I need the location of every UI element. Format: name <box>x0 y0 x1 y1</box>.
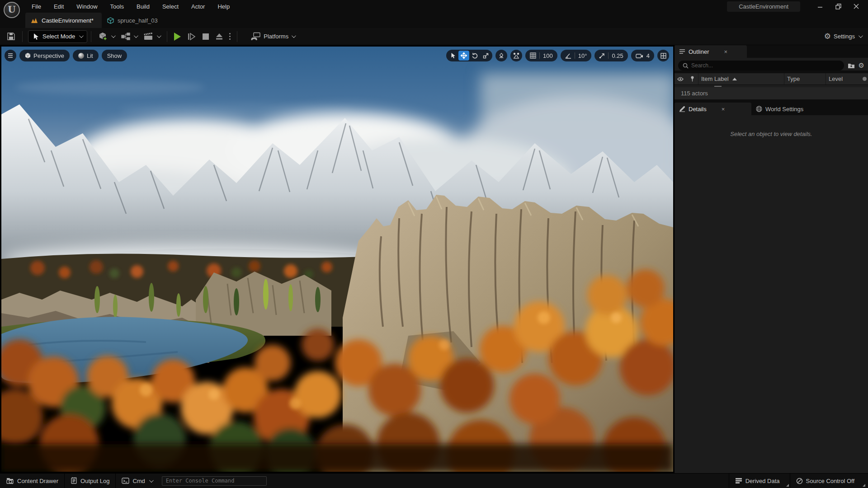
close-icon[interactable]: × <box>722 106 725 113</box>
restore-button[interactable] <box>829 0 847 12</box>
menu-tools[interactable]: Tools <box>106 1 128 12</box>
gizmo-coordinate-button[interactable] <box>495 50 507 61</box>
tab-label: CastleEnvironment* <box>42 17 94 24</box>
search-input[interactable] <box>691 62 840 69</box>
level-column-header[interactable]: Level <box>826 73 868 84</box>
tab-world-settings[interactable]: World Settings <box>751 103 808 115</box>
grid-snap-icon <box>530 52 536 59</box>
lit-dropdown[interactable]: Lit <box>73 50 99 61</box>
close-icon[interactable]: × <box>724 48 728 55</box>
settings-dropdown[interactable]: ⚙ Settings <box>824 33 862 40</box>
outliner-column-headers: Item Label Type Level <box>675 73 868 85</box>
more-options-button[interactable] <box>226 31 233 42</box>
eject-button[interactable] <box>212 31 226 42</box>
rotation-snap-value: 10° <box>578 52 587 59</box>
sort-ascending-icon <box>732 78 737 80</box>
select-tool[interactable] <box>448 51 458 61</box>
details-panel-body: Select an object to view details. <box>675 115 868 473</box>
title-bar: U File Edit Window Tools Build Select Ac… <box>0 0 868 13</box>
content-drawer-icon <box>6 477 14 484</box>
tab-details[interactable]: Details × <box>675 103 751 115</box>
menu-build[interactable]: Build <box>132 1 154 12</box>
chevron-down-icon <box>292 33 296 38</box>
outliner-settings-button[interactable]: ⚙ <box>859 61 864 70</box>
right-dock-panel: Outliner × ⚙ <box>675 45 868 473</box>
level-viewport[interactable]: Perspective Lit Show <box>0 45 675 473</box>
grid-snap-control[interactable]: 100 <box>525 50 557 61</box>
source-control-button[interactable]: Source Control Off <box>790 474 866 488</box>
chevron-down-icon <box>157 33 161 38</box>
camera-speed-control[interactable]: 4 <box>631 50 654 61</box>
platforms-dropdown[interactable]: Platforms <box>247 30 298 43</box>
outliner-scrollbar-thumb[interactable] <box>863 77 867 81</box>
content-drawer-button[interactable]: Content Drawer <box>0 474 64 488</box>
corner-grip-icon <box>863 484 865 487</box>
scale-tool[interactable] <box>480 51 491 61</box>
menu-file[interactable]: File <box>27 1 46 12</box>
output-log-icon <box>71 477 77 484</box>
tab-spruce-half-03[interactable]: spruce_half_03 <box>102 13 166 28</box>
console-command-input[interactable] <box>162 476 267 486</box>
blueprints-button[interactable] <box>118 30 140 43</box>
frame-skip-button[interactable] <box>184 30 199 43</box>
move-tool[interactable] <box>458 51 469 61</box>
viewport-options-menu-button[interactable] <box>5 50 16 61</box>
play-button[interactable] <box>171 30 184 43</box>
item-label-column-header[interactable]: Item Label <box>698 73 784 84</box>
save-button[interactable] <box>4 30 19 43</box>
chevron-down-icon <box>111 33 116 38</box>
main-toolbar: Select Mode <box>0 28 868 45</box>
rotate-tool[interactable] <box>469 51 480 61</box>
derived-data-button[interactable]: Derived Data <box>729 474 790 488</box>
camera-icon <box>636 53 643 59</box>
scale-snap-value: 0.25 <box>612 52 623 59</box>
search-icon <box>683 63 689 69</box>
menu-help[interactable]: Help <box>213 1 234 12</box>
pin-column-header[interactable] <box>686 73 698 84</box>
platforms-icon <box>250 32 261 41</box>
maximize-viewport-button[interactable] <box>657 50 669 61</box>
chevron-down-icon <box>134 33 138 38</box>
outliner-list-icon <box>679 49 685 54</box>
menu-select[interactable]: Select <box>158 1 183 12</box>
create-folder-button[interactable] <box>848 63 855 69</box>
transform-tools <box>446 50 492 61</box>
close-button[interactable] <box>847 0 865 12</box>
minimize-button[interactable] <box>811 0 829 12</box>
camera-speed-value: 4 <box>646 52 650 59</box>
terminal-icon <box>122 478 129 484</box>
menu-edit[interactable]: Edit <box>49 1 68 12</box>
menu-actor[interactable]: Actor <box>187 1 209 12</box>
sphere-icon <box>78 53 84 59</box>
cmd-dropdown[interactable]: Cmd <box>116 474 158 488</box>
visibility-column-header[interactable] <box>675 73 686 84</box>
perspective-dropdown[interactable]: Perspective <box>19 50 70 61</box>
gear-icon: ⚙ <box>824 33 831 40</box>
tab-outliner[interactable]: Outliner × <box>675 45 747 58</box>
cinematics-button[interactable] <box>140 30 163 43</box>
unreal-engine-logo-icon[interactable]: U <box>4 2 20 18</box>
outliner-search[interactable] <box>678 61 844 70</box>
stop-icon <box>203 33 209 40</box>
show-dropdown[interactable]: Show <box>102 50 127 61</box>
rotation-snap-control[interactable]: 10° <box>561 50 592 61</box>
chevron-down-icon <box>79 33 84 38</box>
stop-button[interactable] <box>199 31 212 42</box>
menu-window[interactable]: Window <box>72 1 102 12</box>
actors-count: 115 actors <box>681 90 708 97</box>
derived-data-icon <box>735 478 742 484</box>
type-column-header[interactable]: Type <box>784 73 826 84</box>
surface-snapping-button[interactable] <box>510 50 522 61</box>
viewport-toolbar-left: Perspective Lit Show <box>5 50 127 61</box>
cursor-icon <box>33 33 39 40</box>
select-mode-dropdown[interactable]: Select Mode <box>28 30 87 43</box>
scale-snap-control[interactable]: 0.25 <box>594 50 627 61</box>
outliner-clipped-row <box>675 85 868 87</box>
tab-label: spruce_half_03 <box>118 17 158 24</box>
angle-snap-icon <box>565 53 571 59</box>
output-log-button[interactable]: Output Log <box>65 474 115 488</box>
pin-icon <box>690 76 694 82</box>
cube-icon <box>25 52 31 59</box>
add-actor-button[interactable] <box>95 29 118 44</box>
tab-castle-environment[interactable]: CastleEnvironment* <box>25 13 102 28</box>
